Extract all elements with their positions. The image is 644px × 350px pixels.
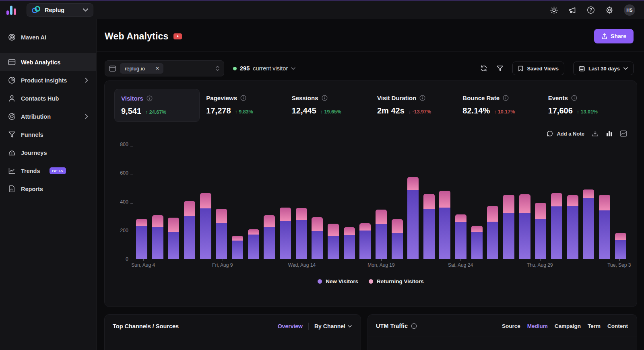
share-button[interactable]: Share — [594, 29, 634, 43]
info-icon[interactable] — [419, 95, 425, 101]
x-tick-label: Tue, Sep 3 — [607, 262, 631, 268]
bar-Aug 25[interactable] — [471, 226, 483, 259]
stat-card-events[interactable]: Events 17,606 ↑ 13.01% — [542, 89, 627, 122]
theme-toggle-icon[interactable] — [550, 6, 558, 14]
stat-card-bounce-rate[interactable]: Bounce Rate 82.14% ↑ 10.17% — [456, 89, 541, 122]
youtube-tutorial-icon[interactable] — [173, 33, 182, 39]
tab-divider — [308, 323, 309, 330]
chevron-down-icon — [348, 325, 352, 328]
sidebar-item-web-analytics[interactable]: Web Analytics — [0, 53, 96, 71]
legend-dot-icon — [318, 279, 322, 284]
sidebar-item-maven-ai[interactable]: Maven AI — [0, 28, 96, 46]
bar-Aug 28[interactable] — [519, 194, 530, 259]
bar-Aug 16[interactable] — [328, 224, 339, 259]
bar-Sep 3[interactable] — [615, 233, 626, 259]
sidebar-item-trends[interactable]: Trends BETA — [0, 162, 96, 180]
sidebar-item-contacts-hub[interactable]: Contacts Hub — [0, 89, 96, 107]
x-tick-label: Sat, Aug 24 — [448, 262, 473, 268]
tab-utm-source[interactable]: Source — [502, 323, 520, 329]
stat-card-pageviews[interactable]: Pageviews 17,278 ↑ 9.83% — [200, 89, 285, 122]
bar-Aug 4[interactable] — [136, 219, 147, 259]
bar-Aug 7[interactable] — [184, 201, 195, 259]
bar-Sep 1[interactable] — [583, 189, 594, 259]
tab-overview[interactable]: Overview — [278, 323, 303, 329]
bar-Aug 13[interactable] — [280, 208, 291, 259]
bar-Aug 23[interactable] — [439, 191, 450, 259]
bar-Aug 12[interactable] — [264, 215, 275, 259]
current-visitors[interactable]: 295 current visitor — [233, 65, 295, 72]
x-axis: Sun, Aug 4Fri, Aug 9Wed, Aug 14Mon, Aug … — [135, 259, 627, 270]
bar-Aug 31[interactable] — [567, 195, 578, 259]
bar-Aug 8[interactable] — [200, 193, 211, 259]
bar-Aug 17[interactable] — [344, 227, 355, 259]
info-icon[interactable] — [411, 323, 417, 329]
sidebar-item-reports[interactable]: Reports — [0, 180, 96, 198]
tab-by-channel[interactable]: By Channel — [314, 323, 352, 329]
bar-Aug 9[interactable] — [216, 209, 227, 259]
add-note-button[interactable]: Add a Note — [547, 130, 584, 137]
bar-Aug 18[interactable] — [359, 223, 371, 259]
info-icon[interactable] — [147, 95, 153, 101]
user-avatar[interactable]: HS — [624, 4, 635, 16]
saved-views-button[interactable]: Saved Views — [512, 62, 564, 75]
info-icon[interactable] — [322, 95, 328, 101]
workspace-selector[interactable]: Replug — [27, 3, 93, 17]
bar-Aug 30[interactable] — [551, 193, 562, 259]
bar-Aug 21[interactable] — [407, 177, 419, 259]
bar-Aug 26[interactable] — [487, 206, 498, 259]
tab-utm-term[interactable]: Term — [588, 323, 601, 329]
bar-Aug 27[interactable] — [503, 195, 514, 259]
sidebar-item-journeys[interactable]: Journeys — [0, 144, 96, 162]
bar-chart-view-icon[interactable] — [606, 130, 613, 137]
site-chip[interactable]: replug.io ✕ — [120, 63, 163, 74]
x-tick-label: Wed, Aug 14 — [288, 262, 316, 268]
stat-card-visitors[interactable]: Visitors 9,541 ↑ 24.67% — [114, 89, 200, 122]
app-logo-icon[interactable] — [6, 5, 16, 15]
share-icon — [601, 33, 607, 39]
date-range-button[interactable]: Last 30 days — [573, 62, 634, 75]
bar-Aug 6[interactable] — [168, 218, 179, 259]
bar-Aug 15[interactable] — [312, 217, 323, 259]
bar-Aug 20[interactable] — [392, 219, 403, 259]
help-icon[interactable] — [587, 6, 595, 14]
stat-value: 9,541 — [121, 107, 141, 116]
bar-Aug 11[interactable] — [248, 229, 259, 259]
bar-Aug 22[interactable] — [423, 194, 435, 259]
main-content: Web Analytics Share replug.io ✕ — [97, 19, 644, 350]
remove-site-icon[interactable]: ✕ — [155, 66, 159, 71]
info-icon[interactable] — [571, 95, 577, 101]
bar-Aug 19[interactable] — [376, 210, 387, 259]
sidebar-item-attribution[interactable]: Attribution — [0, 107, 96, 126]
x-tick — [540, 259, 541, 261]
bookmark-icon — [518, 66, 523, 72]
download-icon[interactable] — [592, 130, 599, 137]
line-chart-view-icon[interactable] — [620, 130, 627, 137]
x-tick — [619, 259, 620, 261]
announcements-icon[interactable] — [568, 6, 576, 14]
bar-Aug 24[interactable] — [455, 214, 466, 259]
tab-utm-medium[interactable]: Medium — [527, 323, 548, 329]
stat-card-visit-duration[interactable]: Visit Duration 2m 42s ↓ -13.97% — [371, 89, 456, 122]
legend-new-visitors[interactable]: New Visitors — [318, 278, 358, 284]
pie-chart-icon — [8, 76, 16, 84]
tab-utm-content[interactable]: Content — [607, 323, 628, 329]
stat-card-sessions[interactable]: Sessions 12,445 ↑ 19.65% — [285, 89, 371, 122]
refresh-icon[interactable] — [480, 65, 487, 72]
bar-Aug 14[interactable] — [296, 208, 307, 259]
bar-Aug 29[interactable] — [535, 203, 546, 259]
stat-value: 12,445 — [292, 106, 316, 115]
info-icon[interactable] — [503, 95, 509, 101]
info-icon[interactable] — [240, 95, 246, 101]
filter-funnel-icon[interactable] — [496, 65, 504, 72]
live-dot-icon — [233, 67, 237, 70]
sidebar-item-product-insights[interactable]: Product Insights — [0, 71, 96, 89]
sidebar-item-funnels[interactable]: Funnels — [0, 126, 96, 144]
stat-label: Sessions — [292, 95, 318, 101]
website-selector[interactable]: replug.io ✕ — [105, 60, 224, 76]
bar-Aug 5[interactable] — [152, 215, 163, 259]
bar-Aug 10[interactable] — [232, 236, 243, 259]
bar-Sep 2[interactable] — [599, 195, 610, 259]
legend-returning-visitors[interactable]: Returning Visitors — [369, 278, 424, 284]
tab-utm-campaign[interactable]: Campaign — [555, 323, 581, 329]
settings-gear-icon[interactable] — [605, 6, 613, 14]
